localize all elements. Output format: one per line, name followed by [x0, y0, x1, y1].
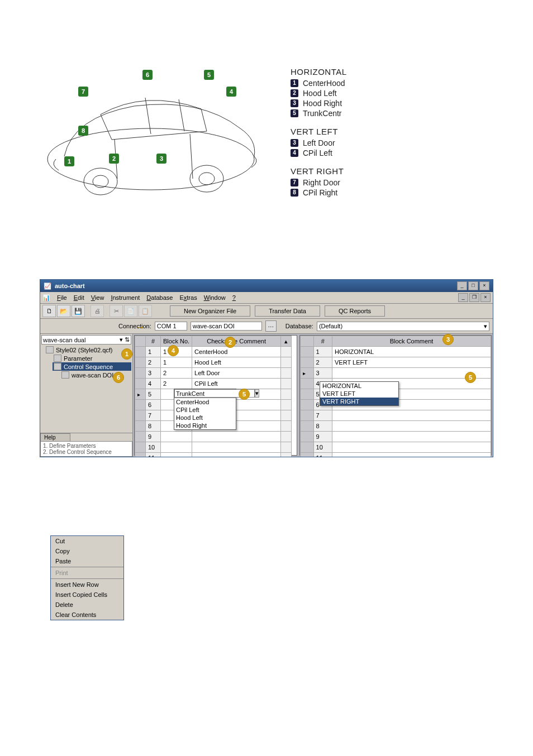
legend-badge: 7 — [291, 179, 298, 186]
tree-selector[interactable]: wave-scan dual ▾ ⇅ — [41, 335, 131, 344]
dd-item[interactable]: CPil Left — [174, 406, 236, 414]
ctx-delete[interactable]: Delete — [51, 600, 123, 610]
dd-item[interactable]: HORIZONTAL — [320, 382, 398, 390]
scroll-up-icon[interactable]: ▴ — [281, 336, 292, 347]
ctx-insert-cells[interactable]: Insert Copied Cells — [51, 590, 123, 600]
legend-label: Left Door — [303, 138, 335, 147]
tree-node-style[interactable]: Style02 (Style02.qcf) — [45, 346, 131, 354]
legend-title: VERT RIGHT — [291, 166, 347, 176]
menu-edit[interactable]: Edit — [74, 294, 84, 301]
legend-title: VERT LEFT — [291, 127, 347, 136]
block-table: # Block Comment 1HORIZONTAL 2VERT LEFT 3… — [299, 335, 492, 456]
annotation-4: 4 — [168, 345, 179, 356]
file-icon — [54, 355, 61, 362]
minimize-button[interactable]: _ — [457, 281, 467, 290]
pin-icon[interactable]: ⇅ — [125, 336, 130, 343]
col-block: Block No. — [161, 336, 192, 347]
menu-help[interactable]: ? — [232, 294, 236, 301]
tree-node-control-sequence[interactable]: Control Sequence — [53, 362, 131, 371]
com-port-input[interactable] — [155, 322, 187, 331]
menubar-icon: 📊 — [42, 294, 50, 302]
tree-node-parameter[interactable]: Parameter — [53, 354, 131, 362]
qc-reports-button[interactable]: QC Reports — [325, 305, 385, 317]
database-value: (Default) — [319, 323, 342, 330]
open-button[interactable]: 📂 — [57, 305, 70, 317]
car-badge-6: 6 — [142, 70, 153, 80]
menu-database[interactable]: Database — [146, 294, 173, 301]
save-button[interactable]: 💾 — [72, 305, 85, 317]
cut-button[interactable]: ✂ — [110, 305, 123, 317]
organizer-input[interactable] — [191, 322, 262, 331]
car-badge-5: 5 — [204, 70, 214, 80]
copy-button[interactable]: 📄 — [124, 305, 137, 317]
transfer-data-button[interactable]: Transfer Data — [255, 305, 320, 317]
maximize-button[interactable]: □ — [468, 281, 478, 290]
ctx-clear[interactable]: Clear Contents — [51, 610, 123, 620]
ctx-paste[interactable]: Paste — [51, 556, 123, 566]
legend-group-vertright: VERT RIGHT 7Right Door 8CPil Right — [291, 166, 347, 197]
car-badge-2: 2 — [109, 154, 119, 164]
new-organizer-button[interactable]: New Organizer File — [170, 305, 250, 317]
menu-extras[interactable]: Extras — [179, 294, 197, 301]
col-comment: Block Comment — [332, 336, 491, 347]
mdi-close-button[interactable]: × — [480, 293, 491, 302]
ctx-insert-row[interactable]: Insert New Row — [51, 580, 123, 590]
annotation-1: 1 — [121, 348, 132, 360]
legend-title: HORIZONTAL — [291, 67, 347, 76]
legend-badge: 3 — [291, 99, 298, 107]
menu-instrument[interactable]: Instrument — [111, 294, 140, 301]
app-title: auto-chart — [55, 283, 454, 289]
annotation-2: 2 — [225, 337, 236, 348]
menu-window[interactable]: Window — [204, 294, 226, 301]
block-dropdown[interactable]: HORIZONTAL VERT LEFT VERT RIGHT — [320, 381, 399, 406]
new-button[interactable]: 🗋 — [42, 305, 56, 317]
ctx-print: Print — [51, 568, 123, 578]
help-tab[interactable]: Help — [40, 433, 70, 441]
chevron-down-icon: ▾ — [484, 323, 487, 330]
dd-item[interactable]: VERT RIGHT — [320, 398, 398, 405]
close-button[interactable]: × — [479, 281, 489, 290]
legend-badge: 5 — [291, 109, 298, 117]
legend-label: TrunkCentr — [303, 109, 342, 118]
svg-point-3 — [84, 168, 117, 195]
car-badge-8: 8 — [78, 126, 88, 136]
menubar: 📊 File Edit View Instrument Database Ext… — [40, 292, 493, 304]
svg-point-5 — [190, 165, 223, 192]
file-icon — [61, 371, 69, 379]
col-comment: Checkzone Comment — [192, 336, 281, 347]
menu-view[interactable]: View — [91, 294, 104, 301]
legend-badge: 8 — [291, 189, 298, 197]
legend-group-horizontal: HORIZONTAL 1CenterHood 2Hood Left 3Hood … — [291, 67, 347, 118]
ctx-copy[interactable]: Copy — [51, 546, 123, 556]
help-step-2: 2. Define Control Sequence — [43, 449, 130, 455]
print-button[interactable]: 🖨 — [91, 305, 104, 317]
dd-item[interactable]: Hood Left — [174, 414, 236, 422]
mdi-restore-button[interactable]: ❐ — [469, 293, 479, 302]
rowhead — [135, 336, 146, 347]
organizer-browse-button[interactable]: … — [265, 320, 277, 332]
mdi-minimize-button[interactable]: _ — [458, 293, 468, 302]
checkzone-dd-list: CenterHood CPil Left Hood Left Hood Righ… — [174, 398, 236, 429]
legend-group-vertleft: VERT LEFT 3Left Door 4CPil Left — [291, 127, 347, 157]
annotation-6: 6 — [113, 372, 124, 383]
annotation-5b: 5 — [465, 372, 476, 383]
checkzone-dropdown[interactable]: ▾ CenterHood CPil Left Hood Left Hood Ri… — [174, 389, 236, 430]
col-num: # — [313, 336, 332, 347]
dd-item[interactable]: Hood Right — [174, 422, 236, 429]
legend-badge: 4 — [291, 149, 298, 157]
help-pane: Help 1. Define Parameters 2. Define Cont… — [40, 433, 132, 457]
legend-label: Hood Right — [303, 99, 342, 108]
chevron-down-icon: ▾ — [120, 336, 123, 343]
main-area: wave-scan dual ▾ ⇅ Style02 (Style02.qcf)… — [40, 334, 493, 457]
car-drawing: 6 5 7 4 8 1 2 3 — [34, 67, 268, 212]
menu-file[interactable]: File — [57, 294, 67, 301]
chevron-down-icon[interactable]: ▾ — [255, 389, 259, 398]
dd-item[interactable]: CenterHood — [174, 398, 236, 406]
tree-selected-value: wave-scan dual — [43, 337, 118, 343]
database-select[interactable]: (Default) ▾ — [317, 322, 489, 331]
dd-item[interactable]: VERT LEFT — [320, 390, 398, 398]
paste-button[interactable]: 📋 — [139, 305, 152, 317]
titlebar-icon: 📈 — [44, 283, 51, 290]
context-menu: Cut Copy Paste Print Insert New Row Inse… — [50, 535, 124, 620]
ctx-cut[interactable]: Cut — [51, 536, 123, 546]
